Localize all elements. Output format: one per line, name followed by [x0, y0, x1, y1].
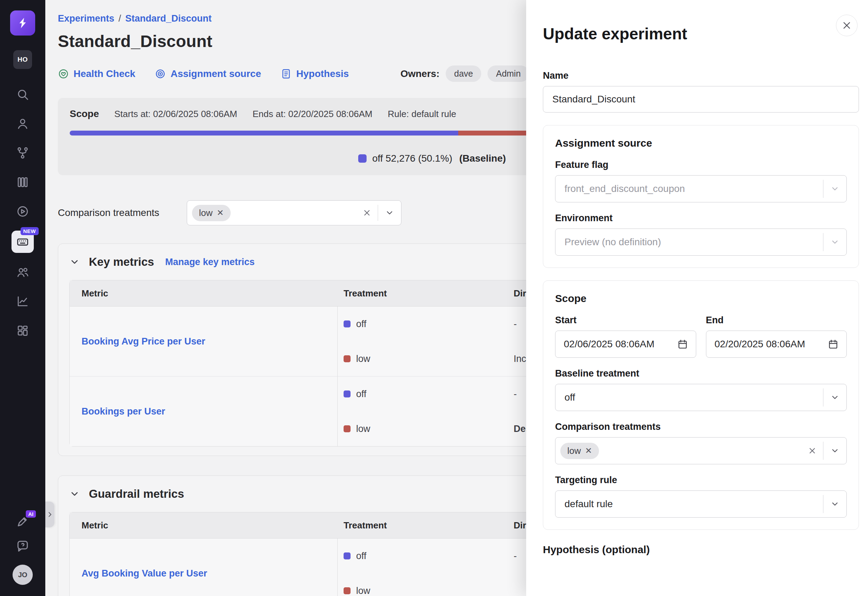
name-label: Name [543, 70, 859, 81]
health-check-icon [58, 68, 69, 80]
breadcrumb-experiments[interactable]: Experiments [58, 13, 114, 24]
hypothesis-link[interactable]: Hypothesis [280, 68, 349, 80]
user-avatar[interactable]: JO [13, 565, 33, 585]
user-icon[interactable] [13, 114, 33, 134]
clear-selection-icon[interactable] [802, 446, 823, 455]
sidebar-nav: NEW [12, 84, 34, 341]
chip-remove-icon[interactable]: ✕ [585, 446, 592, 456]
experiments-icon[interactable]: NEW [12, 231, 34, 253]
feature-flag-label: Feature flag [555, 159, 847, 170]
workspace-avatar[interactable]: HO [13, 50, 32, 69]
health-check-link[interactable]: Health Check [58, 68, 135, 80]
feature-flag-select[interactable]: front_end_discount_coupon [555, 175, 847, 202]
treatment-swatch-off [344, 320, 351, 328]
comparison-treatments-label: Comparison treatments [555, 422, 847, 432]
hypothesis-doc-icon [280, 68, 292, 80]
comparison-treatments-select[interactable]: low ✕ [187, 200, 402, 226]
name-input[interactable] [543, 86, 859, 112]
chevron-down-icon[interactable] [824, 393, 846, 402]
comparison-treatments-label: Comparison treatments [58, 207, 173, 218]
owner-pill[interactable]: dave [446, 65, 481, 82]
treatment-swatch-off [344, 391, 351, 397]
treatment-swatch-low [344, 425, 351, 432]
col-metric: Metric [70, 280, 338, 307]
col-metric: Metric [70, 512, 338, 538]
targeting-rule-select[interactable]: default rule [555, 490, 847, 518]
legend-item-off: off 52,276 (50.1%) (Baseline) [358, 153, 506, 164]
treatment-chip-low[interactable]: low ✕ [192, 205, 231, 221]
analytics-icon[interactable] [13, 291, 33, 311]
allocation-segment-off [70, 131, 458, 136]
chevron-down-icon[interactable] [378, 208, 401, 217]
legend-swatch-off [358, 154, 366, 163]
scope-heading: Scope [555, 293, 847, 304]
hypothesis-heading: Hypothesis (optional) [543, 544, 859, 556]
flags-split-icon[interactable] [13, 143, 33, 163]
treatment-chip-low[interactable]: low ✕ [560, 443, 599, 459]
clear-selection-icon[interactable] [356, 208, 378, 217]
end-date-input[interactable]: 02/20/2025 08:06AM [706, 330, 847, 358]
collapse-chevron-icon[interactable] [69, 489, 80, 499]
key-metrics-title: Key metrics [89, 255, 154, 268]
baseline-treatment-select[interactable]: off [555, 384, 847, 411]
help-chat-icon[interactable] [16, 540, 30, 555]
environment-select[interactable]: Preview (no definition) [555, 229, 847, 256]
metric-link[interactable]: Avg Booking Value per User [81, 568, 207, 578]
chevron-down-icon[interactable] [824, 500, 846, 509]
targeting-rule-label: Targeting rule [555, 475, 847, 485]
close-icon[interactable] [836, 15, 858, 36]
dashboard-grid-icon[interactable] [13, 320, 33, 341]
scope-card-title: Scope [70, 108, 99, 119]
metric-link[interactable]: Bookings per User [81, 406, 165, 417]
columns-icon[interactable] [13, 172, 33, 192]
play-icon[interactable] [13, 201, 33, 221]
col-treatment: Treatment [338, 280, 508, 307]
treatment-swatch-low [344, 355, 351, 362]
col-treatment: Treatment [338, 512, 508, 538]
metric-link[interactable]: Booking Avg Price per User [81, 336, 205, 347]
sidebar: HO NEW AI [0, 0, 45, 596]
chevron-down-icon[interactable] [824, 238, 846, 246]
environment-label: Environment [555, 213, 847, 224]
search-icon[interactable] [13, 84, 33, 105]
assignment-source-icon [155, 68, 166, 80]
new-badge: NEW [21, 227, 39, 235]
scope-ends-at: Ends at: 02/20/2025 08:06AM [252, 109, 372, 119]
audiences-icon[interactable] [13, 262, 33, 282]
start-date-input[interactable]: 02/06/2025 08:06AM [555, 330, 696, 358]
ai-assistant-icon[interactable]: AI [16, 515, 30, 530]
owner-pill[interactable]: Admin [487, 65, 529, 82]
manage-key-metrics-link[interactable]: Manage key metrics [165, 257, 255, 267]
treatment-swatch-low [344, 587, 351, 594]
treatment-swatch-off [344, 552, 351, 559]
assignment-source-link[interactable]: Assignment source [155, 68, 261, 80]
collapse-chevron-icon[interactable] [69, 257, 80, 267]
assignment-source-heading: Assignment source [555, 137, 847, 149]
breadcrumb-experiment-name[interactable]: Standard_Discount [125, 13, 212, 24]
calendar-icon[interactable] [828, 339, 839, 350]
chip-remove-icon[interactable]: ✕ [217, 208, 224, 218]
scope-card: Scope Start 02/06/2025 08:06AM End 02/20… [543, 280, 859, 530]
owners-label: Owners: [400, 68, 439, 80]
assignment-source-card: Assignment source Feature flag front_end… [543, 125, 859, 268]
app-logo-icon[interactable] [10, 10, 35, 35]
comparison-treatments-select[interactable]: low ✕ [555, 437, 847, 464]
sidebar-bottom: AI JO [13, 515, 33, 585]
calendar-icon[interactable] [677, 339, 688, 350]
guardrail-metrics-title: Guardrail metrics [89, 487, 184, 500]
baseline-treatment-label: Baseline treatment [555, 368, 847, 379]
baseline-label: (Baseline) [459, 153, 506, 164]
chevron-down-icon[interactable] [824, 446, 846, 455]
scope-starts-at: Starts at: 02/06/2025 08:06AM [114, 109, 237, 119]
chevron-down-icon[interactable] [824, 184, 846, 193]
update-experiment-drawer: Update experiment Name Assignment source… [526, 0, 868, 596]
end-label: End [706, 315, 847, 326]
scope-rule: Rule: default rule [388, 109, 456, 119]
start-label: Start [555, 315, 696, 326]
ai-badge: AI [26, 510, 36, 518]
owners: Owners: dave Admin [400, 65, 529, 82]
drawer-title: Update experiment [543, 24, 859, 43]
sidebar-expand-handle[interactable] [45, 502, 55, 527]
